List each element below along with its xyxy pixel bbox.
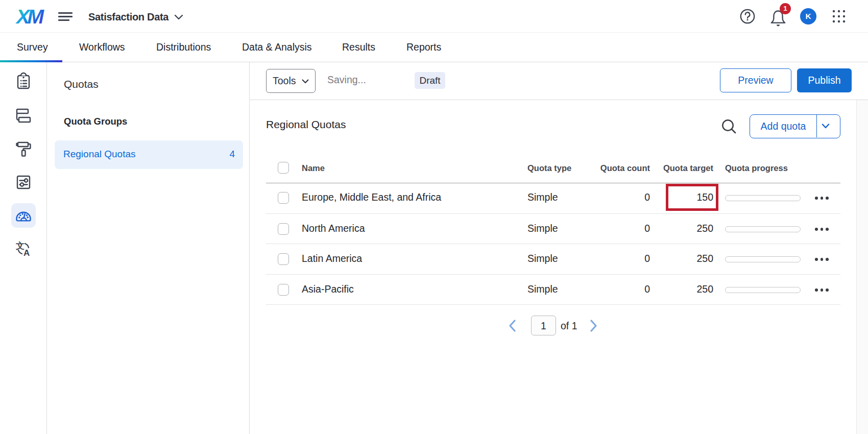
- svg-text:A: A: [23, 248, 30, 258]
- svg-text:XM: XM: [15, 6, 45, 27]
